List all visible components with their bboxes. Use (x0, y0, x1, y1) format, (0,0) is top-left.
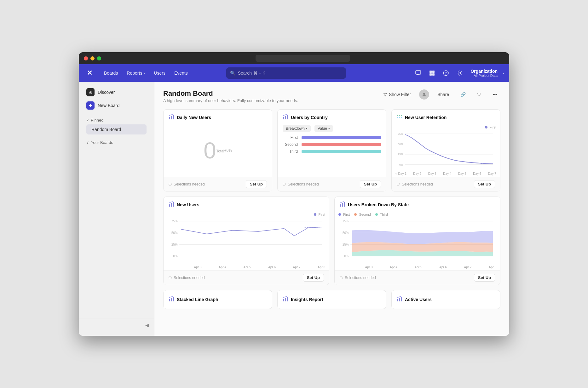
svg-rect-10 (171, 116, 172, 119)
nav-item-reports[interactable]: Reports ▾ (123, 69, 149, 77)
nav-logo[interactable]: ✕ (84, 67, 95, 79)
nav-item-users[interactable]: Users (150, 69, 169, 77)
setup-button-new-users[interactable]: Set Up (303, 274, 324, 282)
bar-first (302, 136, 381, 139)
setup-button-daily[interactable]: Set Up (246, 180, 267, 188)
card-body-broken-down: First Second Third (335, 211, 500, 270)
new-users-legend: First (167, 213, 325, 216)
card-users-broken-down: Users Broken Down By State First Second (334, 197, 500, 285)
legend-dot (485, 126, 487, 128)
nav-item-events[interactable]: Events (170, 69, 192, 77)
sidebar-item-random-board[interactable]: Random Board (86, 124, 147, 134)
card-header-broken-down: Users Broken Down By State (335, 197, 500, 211)
sidebar: ⊙ Discover + New Board ∨ Pinned Random B… (79, 82, 154, 336)
value-filter[interactable]: Value ▾ (314, 125, 333, 132)
chart-icon-stacked (169, 296, 174, 303)
card-title-broken-down: Users Broken Down By State (348, 202, 409, 207)
fullscreen-button[interactable] (97, 56, 101, 60)
selections-needed-retention: Selections needed (397, 182, 433, 186)
card-daily-new-users: Daily New Users 0 Total +0% Selections n… (163, 109, 272, 191)
link-icon: 🔗 (460, 92, 466, 97)
svg-rect-58 (399, 298, 400, 301)
svg-rect-2 (432, 71, 435, 73)
svg-text:25%: 25% (398, 153, 403, 156)
svg-rect-31 (173, 202, 174, 207)
chevron-down-icon: ▾ (143, 71, 145, 75)
discover-icon: ⊙ (86, 88, 95, 96)
chart-icon (169, 114, 174, 121)
chart-icon-country (283, 114, 288, 121)
card-body-daily: 0 Total +0% (164, 124, 272, 177)
board-title: Random Board (163, 89, 380, 98)
minimize-button[interactable] (90, 56, 95, 60)
breakdown-filter[interactable]: Breakdown ▾ (283, 125, 311, 132)
card-footer-daily: Selections needed Set Up (164, 177, 272, 191)
sidebar-item-discover[interactable]: ⊙ Discover (81, 86, 152, 99)
legend-dot (314, 213, 316, 216)
svg-rect-57 (397, 299, 398, 301)
share-button[interactable]: Share (434, 90, 452, 99)
content-area: Random Board A high-level summary of use… (154, 82, 509, 336)
selections-needed-broken-down: Selections needed (340, 276, 376, 280)
nav-settings-icon[interactable] (454, 67, 465, 79)
chart-icon-insights (283, 296, 288, 303)
setup-button-retention[interactable]: Set Up (474, 180, 495, 188)
more-button[interactable]: ••• (489, 90, 500, 99)
link-button[interactable]: 🔗 (457, 90, 469, 99)
daily-total-label: Total (216, 149, 224, 153)
nav-grid-icon[interactable] (426, 67, 438, 79)
legend-item-first: First (485, 125, 496, 129)
legend-first: First (283, 135, 381, 140)
svg-rect-4 (432, 73, 435, 76)
svg-rect-51 (169, 299, 170, 301)
search-bar[interactable]: 🔍 Search ⌘ + K (226, 67, 346, 79)
new-users-svg: 75% 50% 25% 0% (167, 218, 325, 265)
titlebar-input (256, 55, 350, 62)
card-header-new-users: New Users (164, 197, 329, 211)
board-header: Random Board A high-level summary of use… (163, 89, 500, 103)
card-title-country: Users by Country (291, 115, 328, 120)
card-title-daily: Daily New Users (177, 115, 211, 120)
svg-rect-13 (285, 116, 286, 119)
svg-text:0%: 0% (344, 254, 349, 258)
pinned-header[interactable]: ∨ Pinned (84, 116, 149, 124)
card-new-users: New Users First (163, 197, 329, 285)
card-footer-broken-down: Selections needed Set Up (335, 270, 500, 285)
nav-help-icon[interactable]: ? (440, 67, 452, 79)
card-footer-country: Selections needed Set Up (278, 177, 386, 191)
new-users-chart-area: 75% 50% 25% 0% (167, 218, 325, 265)
nav-chat-icon[interactable] (412, 67, 424, 79)
svg-rect-14 (287, 115, 288, 119)
selection-circle (397, 183, 400, 186)
sidebar-item-new-board[interactable]: + New Board (81, 99, 152, 112)
filter-button[interactable]: ▽ Show Filter (380, 90, 414, 99)
selection-circle (340, 276, 343, 279)
favorite-button[interactable]: ♡ (474, 90, 484, 99)
svg-rect-40 (340, 204, 341, 207)
new-board-icon: + (86, 101, 95, 110)
collapse-button[interactable]: ◀ (143, 321, 152, 329)
setup-button-country[interactable]: Set Up (360, 180, 381, 188)
svg-rect-18 (397, 117, 398, 118)
setup-button-broken-down[interactable]: Set Up (474, 274, 495, 282)
close-button[interactable] (84, 56, 88, 60)
nav-item-boards[interactable]: Boards (100, 69, 122, 77)
daily-value: 0 (204, 139, 216, 162)
legend-third: Third (283, 149, 381, 154)
selections-needed-new-users: Selections needed (169, 276, 205, 280)
card-preview-active-users: Active Users (391, 290, 500, 309)
chevron-down-icon: ▾ (306, 127, 308, 130)
svg-rect-42 (344, 202, 345, 207)
card-footer-new-users: Selections needed Set Up (164, 270, 329, 285)
svg-text:?: ? (445, 71, 447, 76)
svg-rect-59 (401, 297, 402, 301)
your-boards-header[interactable]: ∨ Your Boards (84, 138, 149, 147)
chart-icon-retention (397, 114, 402, 121)
sidebar-bottom: ◀ (79, 318, 154, 332)
daily-change: +0% (224, 148, 232, 153)
org-selector[interactable]: Organization All Project Data (468, 67, 500, 79)
svg-text:50%: 50% (398, 142, 403, 146)
selections-needed-daily: Selections needed (169, 182, 205, 186)
svg-rect-20 (401, 117, 402, 118)
chevron-down-icon: ∨ (86, 118, 89, 122)
